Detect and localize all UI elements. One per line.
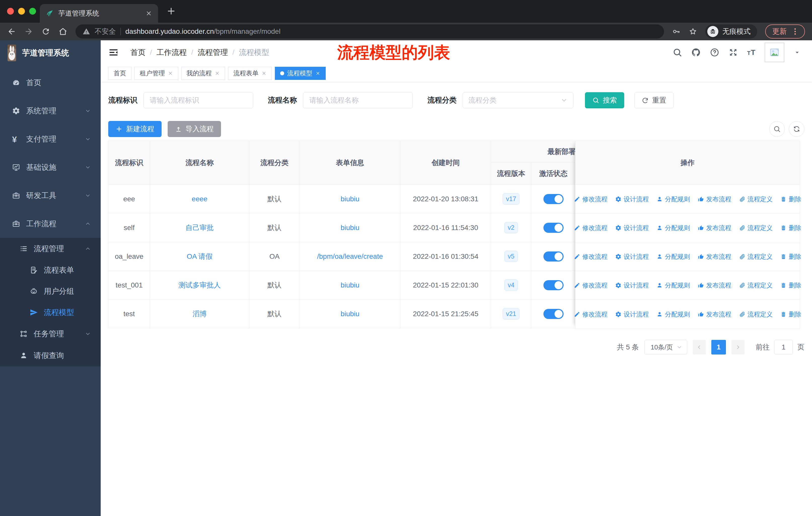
sidebar-item-支付管理[interactable]: ¥支付管理 [0, 125, 101, 153]
active-toggle[interactable] [544, 194, 563, 204]
search-button[interactable]: 搜索 [585, 92, 624, 108]
font-size-icon[interactable]: TT [747, 48, 756, 57]
action-发布流程[interactable]: 发布流程 [698, 281, 731, 290]
breadcrumb-item[interactable]: 流程管理 [198, 47, 228, 58]
browser-tab[interactable]: 芋道管理系统 [40, 4, 158, 23]
action-设计流程[interactable]: 设计流程 [615, 252, 649, 261]
fullscreen-icon[interactable] [728, 48, 738, 57]
new-tab-button[interactable] [166, 6, 176, 16]
sidebar-item-流程模型[interactable]: 流程模型 [0, 302, 101, 323]
forward-icon[interactable] [24, 27, 33, 36]
action-修改流程[interactable]: 修改流程 [574, 195, 608, 203]
action-流程定义[interactable]: 流程定义 [739, 195, 773, 203]
process-id-input[interactable] [143, 92, 253, 108]
action-分配规则[interactable]: 分配规则 [657, 224, 690, 232]
action-删除[interactable]: 删除 [780, 195, 802, 203]
prev-page-button[interactable] [693, 340, 706, 354]
update-chip[interactable]: 更新 [765, 24, 805, 38]
active-toggle[interactable] [544, 223, 563, 233]
update-label[interactable]: 更新 [772, 26, 787, 36]
sidebar-item-请假查询[interactable]: 请假查询 [0, 345, 101, 366]
tag-流程模型[interactable]: 流程模型 [275, 67, 326, 80]
back-icon[interactable] [7, 27, 16, 36]
github-icon[interactable] [691, 48, 701, 57]
action-发布流程[interactable]: 发布流程 [698, 310, 731, 319]
close-icon[interactable] [315, 71, 320, 76]
category-select[interactable]: 流程分类 [463, 92, 573, 108]
sidebar-item-用户分组[interactable]: 用户分组 [0, 281, 101, 302]
process-name-link[interactable]: 滔博 [193, 310, 207, 318]
action-修改流程[interactable]: 修改流程 [574, 252, 608, 261]
close-icon[interactable] [215, 71, 220, 76]
action-修改流程[interactable]: 修改流程 [574, 224, 608, 232]
maximize-window-button[interactable] [29, 8, 36, 15]
close-icon[interactable] [262, 71, 266, 76]
action-删除[interactable]: 删除 [780, 224, 802, 232]
form-info-link[interactable]: biubiu [341, 281, 359, 289]
reset-button[interactable]: 重置 [634, 92, 673, 108]
reload-icon[interactable] [41, 27, 50, 36]
tag-我的流程[interactable]: 我的流程 [181, 67, 225, 80]
sidebar-item-流程表单[interactable]: 流程表单 [0, 260, 101, 281]
action-设计流程[interactable]: 设计流程 [615, 195, 649, 203]
refresh-table-button[interactable] [789, 121, 805, 137]
process-name-input[interactable] [303, 92, 413, 108]
tag-首页[interactable]: 首页 [108, 67, 132, 80]
minimize-window-button[interactable] [18, 8, 25, 15]
sidebar-item-系统管理[interactable]: 系统管理 [0, 97, 101, 125]
process-name-link[interactable]: eeee [192, 195, 207, 203]
active-toggle[interactable] [544, 280, 563, 290]
breadcrumb-item[interactable]: 工作流程 [156, 47, 187, 58]
sidebar-item-基础设施[interactable]: 基础设施 [0, 153, 101, 182]
current-page-button[interactable]: 1 [711, 340, 726, 354]
key-icon[interactable] [672, 27, 680, 36]
tag-流程表单[interactable]: 流程表单 [228, 67, 272, 80]
close-window-button[interactable] [7, 8, 14, 15]
action-设计流程[interactable]: 设计流程 [615, 281, 649, 290]
close-icon[interactable] [168, 71, 173, 76]
sidebar-item-首页[interactable]: 首页 [0, 69, 101, 97]
active-toggle[interactable] [544, 251, 563, 262]
close-tab-icon[interactable] [145, 10, 152, 17]
sidebar-item-工作流程[interactable]: 工作流程 [0, 210, 101, 238]
page-size-select[interactable]: 10条/页 [644, 340, 687, 354]
sidebar-item-研发工具[interactable]: 研发工具 [0, 182, 101, 210]
sidebar-item-任务管理[interactable]: 任务管理 [0, 323, 101, 345]
form-info-link[interactable]: biubiu [341, 195, 359, 203]
process-name-link[interactable]: 测试多审批人 [178, 281, 221, 289]
home-icon[interactable] [58, 27, 67, 36]
show-search-button[interactable] [769, 121, 785, 137]
action-分配规则[interactable]: 分配规则 [657, 252, 690, 261]
form-info-link[interactable]: biubiu [341, 310, 359, 318]
import-process-button[interactable]: 导入流程 [168, 121, 221, 137]
process-name-link[interactable]: 自己审批 [185, 224, 214, 232]
action-删除[interactable]: 删除 [780, 310, 802, 319]
sidebar-item-流程管理[interactable]: 流程管理 [0, 238, 101, 260]
form-info-link[interactable]: /bpm/oa/leave/create [317, 252, 383, 260]
active-toggle[interactable] [544, 309, 563, 319]
action-分配规则[interactable]: 分配规则 [657, 195, 690, 203]
form-info-link[interactable]: biubiu [341, 224, 359, 232]
action-发布流程[interactable]: 发布流程 [698, 224, 731, 232]
bookmark-star-icon[interactable] [689, 27, 697, 36]
window-controls[interactable] [7, 8, 36, 15]
action-修改流程[interactable]: 修改流程 [574, 310, 608, 319]
action-设计流程[interactable]: 设计流程 [615, 224, 649, 232]
collapse-sidebar-icon[interactable] [108, 47, 119, 58]
action-发布流程[interactable]: 发布流程 [698, 252, 731, 261]
goto-page-input[interactable] [774, 340, 793, 354]
action-流程定义[interactable]: 流程定义 [739, 252, 773, 261]
action-分配规则[interactable]: 分配规则 [657, 281, 690, 290]
action-发布流程[interactable]: 发布流程 [698, 195, 731, 203]
action-流程定义[interactable]: 流程定义 [739, 281, 773, 290]
action-设计流程[interactable]: 设计流程 [615, 310, 649, 319]
url-bar[interactable]: 不安全 dashboard.yudao.iocoder.cn/bpm/manag… [76, 24, 664, 38]
create-process-button[interactable]: 新建流程 [108, 121, 162, 137]
help-icon[interactable] [710, 48, 719, 57]
action-流程定义[interactable]: 流程定义 [739, 310, 773, 319]
next-page-button[interactable] [731, 340, 745, 354]
search-icon[interactable] [672, 48, 682, 57]
action-删除[interactable]: 删除 [780, 281, 802, 290]
breadcrumb-item[interactable]: 首页 [130, 47, 145, 58]
avatar[interactable] [765, 43, 784, 62]
